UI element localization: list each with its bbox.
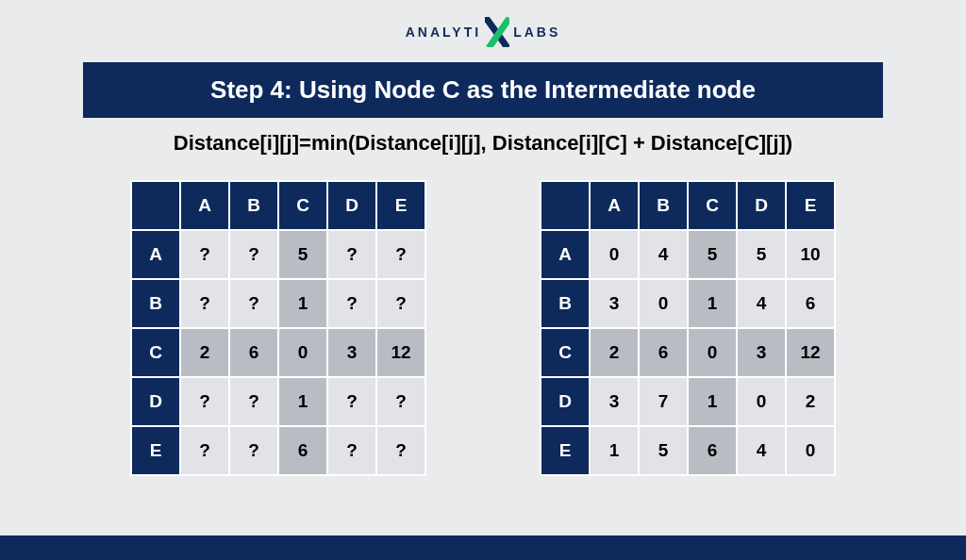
- matrix-right-cell: 0: [738, 378, 785, 425]
- matrix-right-cell: 7: [640, 378, 687, 425]
- matrix-right-cell: 5: [640, 427, 687, 474]
- matrix-left-cell: ?: [377, 427, 425, 474]
- step-title-banner: Step 4: Using Node C as the Intermediate…: [83, 62, 883, 118]
- matrix-right-cell: 6: [787, 280, 834, 327]
- matrix-left-cell: ?: [230, 280, 277, 327]
- logo-text-right: LABS: [513, 25, 560, 40]
- matrix-left-cell: 6: [279, 427, 326, 474]
- matrix-left-cell: ?: [181, 378, 228, 425]
- matrix-right-row-header: C: [541, 329, 589, 376]
- matrix-left-cell: 5: [279, 231, 326, 278]
- matrix-right-cell: 10: [787, 231, 834, 278]
- matrix-right-col-header: D: [738, 182, 785, 229]
- logo-text-left: ANALYTI: [406, 25, 481, 40]
- matrix-left-cell: ?: [328, 427, 375, 474]
- matrix-left: ABCDEA??5??B??1??C260312D??1??E??6??: [130, 180, 426, 476]
- matrix-left-col-header: A: [181, 182, 228, 229]
- footer-bar: [0, 535, 966, 560]
- formula-text: Distance[i][j]=min(Distance[i][j], Dista…: [0, 131, 966, 156]
- matrix-left-cell: ?: [230, 378, 277, 425]
- matrix-left-row-header: B: [132, 280, 179, 327]
- matrix-left-col-header: B: [230, 182, 277, 229]
- matrix-left-corner: [132, 182, 179, 229]
- matrix-right-cell: 3: [738, 329, 785, 376]
- matrix-right-cell: 5: [738, 231, 785, 278]
- matrix-right-corner: [541, 182, 589, 229]
- matrix-right-cell: 1: [689, 378, 736, 425]
- logo-x-icon: [485, 17, 509, 47]
- matrix-left-cell: ?: [328, 378, 375, 425]
- matrix-left-col-header: E: [377, 182, 425, 229]
- matrix-right-col-header: A: [591, 182, 638, 229]
- matrix-right-row-header: A: [541, 231, 589, 278]
- matrix-left-cell: 2: [181, 329, 228, 376]
- matrix-left-cell: ?: [377, 378, 425, 425]
- matrix-right-cell: 2: [787, 378, 834, 425]
- matrix-right-cell: 0: [591, 231, 638, 278]
- matrix-left-cell: ?: [181, 280, 228, 327]
- matrix-right-col-header: E: [787, 182, 834, 229]
- matrix-left-cell: ?: [230, 231, 277, 278]
- matrix-right-row-header: B: [541, 280, 589, 327]
- matrix-right-cell: 3: [591, 378, 638, 425]
- matrix-left-row-header: A: [132, 231, 179, 278]
- matrix-left-row-header: E: [132, 427, 179, 474]
- matrix-right-cell: 4: [738, 427, 785, 474]
- matrix-right-cell: 5: [689, 231, 736, 278]
- matrix-right-cell: 0: [640, 280, 687, 327]
- matrix-left-cell: ?: [230, 427, 277, 474]
- matrix-right-cell: 4: [738, 280, 785, 327]
- matrix-right-cell: 1: [689, 280, 736, 327]
- brand-logo: ANALYTI LABS: [406, 17, 561, 47]
- matrix-left-cell: ?: [328, 280, 375, 327]
- matrix-left-cell: 1: [279, 280, 326, 327]
- logo-area: ANALYTI LABS: [0, 0, 966, 55]
- matrix-left-row-header: C: [132, 329, 179, 376]
- matrix-left-cell: ?: [377, 231, 425, 278]
- matrix-left-cell: ?: [377, 280, 425, 327]
- matrix-left-cell: 12: [377, 329, 425, 376]
- matrix-right-col-header: B: [640, 182, 687, 229]
- matrix-right-cell: 12: [787, 329, 834, 376]
- matrix-right-cell: 6: [640, 329, 687, 376]
- matrix-left-col-header: D: [328, 182, 375, 229]
- matrix-right-cell: 1: [591, 427, 638, 474]
- matrix-right-cell: 0: [689, 329, 736, 376]
- matrix-left-cell: 6: [230, 329, 277, 376]
- matrix-left-cell: 1: [279, 378, 326, 425]
- matrix-right-cell: 3: [591, 280, 638, 327]
- matrix-right: ABCDEA045510B30146C260312D37102E15640: [540, 180, 836, 476]
- matrix-right-cell: 0: [787, 427, 834, 474]
- matrix-left-cell: ?: [181, 427, 228, 474]
- matrix-right-row-header: E: [541, 427, 589, 474]
- matrix-right-row-header: D: [541, 378, 589, 425]
- matrix-left-row-header: D: [132, 378, 179, 425]
- matrix-right-cell: 4: [640, 231, 687, 278]
- matrix-left-cell: ?: [328, 231, 375, 278]
- matrix-right-cell: 6: [689, 427, 736, 474]
- matrix-left-cell: 3: [328, 329, 375, 376]
- matrix-right-cell: 2: [591, 329, 638, 376]
- matrix-left-col-header: C: [279, 182, 326, 229]
- tables-container: ABCDEA??5??B??1??C260312D??1??E??6?? ABC…: [0, 180, 966, 476]
- matrix-left-cell: 0: [279, 329, 326, 376]
- matrix-right-col-header: C: [689, 182, 736, 229]
- matrix-left-cell: ?: [181, 231, 228, 278]
